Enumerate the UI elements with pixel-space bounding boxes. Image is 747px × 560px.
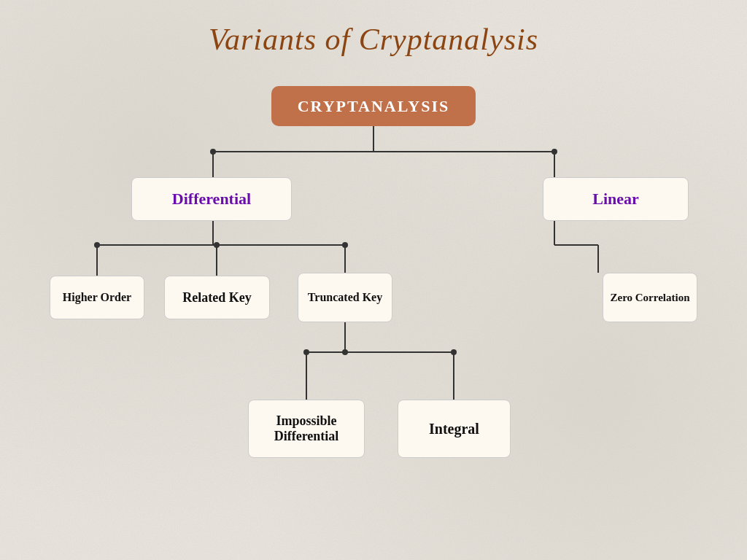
- svg-point-21: [342, 349, 348, 355]
- svg-point-19: [214, 242, 220, 248]
- node-higher-order: Higher Order: [50, 276, 144, 319]
- node-impossible-differential: Impossible Differential: [248, 400, 365, 458]
- svg-point-16: [210, 149, 216, 155]
- svg-point-22: [303, 349, 309, 355]
- page-title: Variants of Cryptanalysis: [0, 0, 747, 57]
- diagram: CRYPTANALYSIS Differential Linear Higher…: [0, 64, 747, 560]
- svg-point-20: [342, 242, 348, 248]
- node-truncated-key: Truncated Key: [298, 273, 392, 322]
- node-linear: Linear: [543, 177, 689, 221]
- svg-point-17: [551, 149, 557, 155]
- node-cryptanalysis: CRYPTANALYSIS: [271, 86, 476, 126]
- node-integral: Integral: [398, 400, 511, 458]
- svg-point-18: [94, 242, 100, 248]
- node-differential: Differential: [131, 177, 292, 221]
- node-related-key: Related Key: [164, 276, 270, 319]
- node-zero-correlation: Zero Correlation: [603, 273, 697, 322]
- svg-point-23: [451, 349, 457, 355]
